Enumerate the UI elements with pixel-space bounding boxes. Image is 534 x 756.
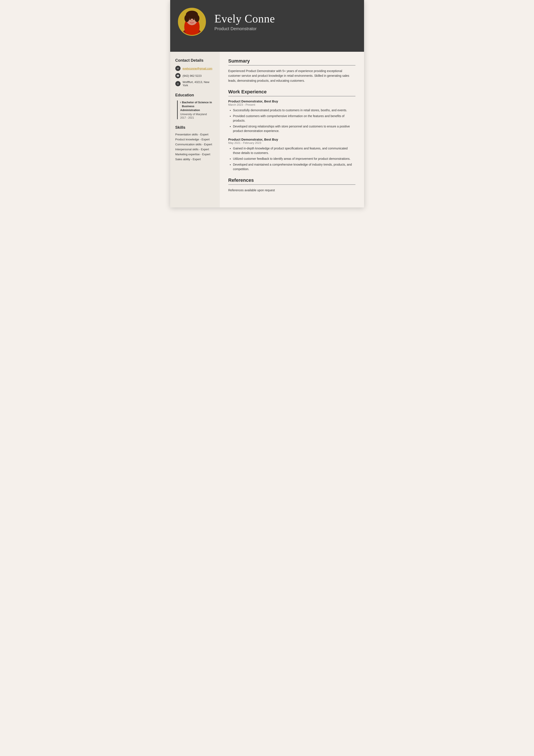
- job-1: Product Demonstrator, Best Buy March 202…: [228, 99, 355, 133]
- job-2-period: May 2021 - February 2023: [228, 141, 355, 145]
- education-title: Education: [175, 93, 215, 97]
- email-value[interactable]: evelyconne@gmail.com: [183, 67, 213, 70]
- job-1-title: Product Demonstrator, Best Buy: [228, 99, 355, 103]
- job-2-bullet-2: Utilized customer feedback to identify a…: [233, 156, 355, 161]
- edu-degree: Bachelor of Science in Business Administ…: [180, 100, 215, 112]
- references-title: References: [228, 177, 355, 185]
- svg-point-8: [189, 18, 191, 20]
- chevron-decoration: [170, 43, 364, 52]
- contact-address-row: ⊙ Wolfffurt, 43213, New York: [175, 80, 215, 87]
- education-item: Bachelor of Science in Business Administ…: [177, 100, 215, 119]
- contact-section: Contact Details ✉ evelyconne@gmail.com ☎…: [175, 58, 215, 87]
- summary-title: Summary: [228, 58, 355, 66]
- summary-text: Experienced Product Demonstrator with 5+…: [228, 68, 355, 83]
- svg-point-5: [184, 15, 189, 22]
- phone-value: (942) 962 5223: [183, 74, 202, 77]
- contact-phone-row: ☎ (942) 962 5223: [175, 73, 215, 78]
- job-1-bullet-2: Provided customers with comprehensive in…: [233, 114, 355, 123]
- skills-title: Skills: [175, 125, 215, 130]
- job-1-bullet-1: Successfully demonstrated products to cu…: [233, 108, 355, 113]
- references-text: References available upon request: [228, 188, 355, 193]
- job-1-bullet-3: Developed strong relationships with stor…: [233, 124, 355, 133]
- resume-container: Evely Conne Product Demonstrator Contact…: [170, 0, 364, 207]
- main-content: Summary Experienced Product Demonstrator…: [220, 52, 364, 207]
- svg-point-7: [187, 11, 197, 16]
- location-icon: ⊙: [175, 81, 181, 86]
- contact-title: Contact Details: [175, 58, 215, 63]
- skill-item: Communication skills - Expert: [175, 143, 215, 146]
- education-section: Education Bachelor of Science in Busines…: [175, 93, 215, 119]
- sidebar: Contact Details ✉ evelyconne@gmail.com ☎…: [170, 52, 220, 207]
- edu-school: University of Maryland: [180, 113, 215, 116]
- job-2-title: Product Demonstrator, Best Buy: [228, 138, 355, 141]
- work-experience-section: Work Experience Product Demonstrator, Be…: [228, 89, 355, 172]
- header-section: Evely Conne Product Demonstrator: [170, 0, 364, 43]
- skill-item: Interpersonal skills - Expert: [175, 148, 215, 151]
- skills-section: Skills Presentation skills - Expert Prod…: [175, 125, 215, 161]
- edu-row: Bachelor of Science in Business Administ…: [180, 100, 215, 119]
- svg-point-6: [194, 15, 199, 22]
- edu-years: 2017 - 2021: [180, 116, 215, 119]
- contact-email-row: ✉ evelyconne@gmail.com: [175, 66, 215, 71]
- work-title: Work Experience: [228, 89, 355, 96]
- job-2-bullet-3: Developed and maintained a comprehensive…: [233, 162, 355, 172]
- job-2-bullets: Gained in-depth knowledge of product spe…: [228, 146, 355, 172]
- skill-item: Presentation skills - Expert: [175, 133, 215, 136]
- phone-icon: ☎: [175, 73, 181, 78]
- header-text: Evely Conne Product Demonstrator: [215, 12, 354, 31]
- summary-section: Summary Experienced Product Demonstrator…: [228, 58, 355, 83]
- candidate-name: Evely Conne: [215, 12, 354, 25]
- body-wrap: Contact Details ✉ evelyconne@gmail.com ☎…: [170, 52, 364, 207]
- job-1-bullets: Successfully demonstrated products to cu…: [228, 108, 355, 133]
- job-1-period: March 2023 - Present: [228, 103, 355, 106]
- svg-point-9: [193, 18, 194, 20]
- candidate-title: Product Demonstrator: [215, 26, 354, 31]
- email-icon: ✉: [175, 66, 181, 71]
- job-2-bullet-1: Gained in-depth knowledge of product spe…: [233, 146, 355, 155]
- job-2: Product Demonstrator, Best Buy May 2021 …: [228, 138, 355, 172]
- skill-item: Marketing expertise - Expert: [175, 153, 215, 156]
- avatar: [178, 8, 206, 36]
- skill-item: Sales ability - Expert: [175, 158, 215, 161]
- references-section: References References available upon req…: [228, 177, 355, 193]
- svg-point-10: [191, 20, 192, 21]
- address-value: Wolfffurt, 43213, New York: [183, 80, 215, 87]
- skill-item: Product knowledge - Expert: [175, 138, 215, 141]
